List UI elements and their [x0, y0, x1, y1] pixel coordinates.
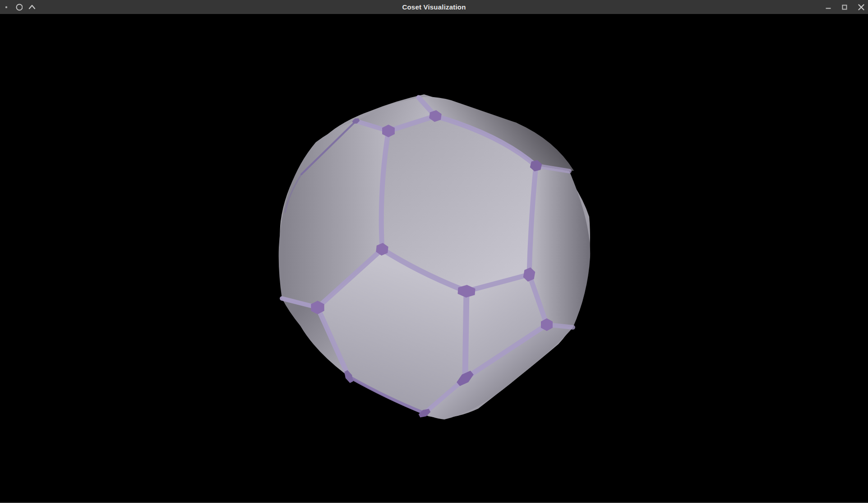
- circle-icon[interactable]: [15, 4, 23, 11]
- window-title: Coset Visualization: [0, 0, 868, 14]
- close-button[interactable]: [857, 4, 864, 11]
- maximize-button[interactable]: [841, 4, 848, 11]
- polyhedron-render: [0, 14, 868, 502]
- dot-icon[interactable]: [3, 4, 10, 11]
- titlebar: Coset Visualization: [0, 0, 868, 14]
- chevron-up-icon[interactable]: [28, 4, 35, 11]
- window-controls: [825, 0, 864, 14]
- minimize-button[interactable]: [825, 4, 832, 11]
- polyhedron-edge: [465, 291, 466, 378]
- app-window: Coset Visualization: [0, 0, 868, 503]
- viewport-canvas[interactable]: [0, 14, 868, 502]
- titlebar-left-icons: [3, 0, 35, 14]
